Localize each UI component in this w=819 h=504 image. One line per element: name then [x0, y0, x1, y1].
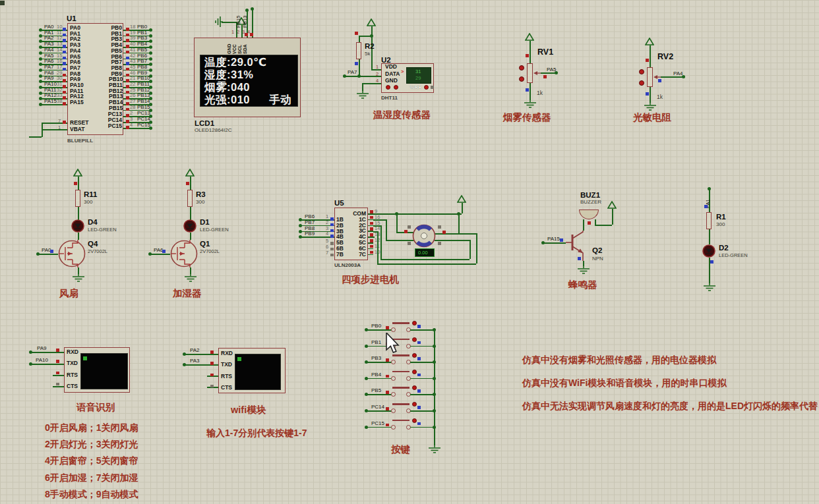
r2-value: 5k: [365, 51, 370, 57]
logic-state-indicator: [417, 389, 421, 393]
pushbutton-indicator[interactable]: [412, 402, 417, 406]
rv2-decrease-button[interactable]: [639, 80, 644, 86]
wire: [543, 242, 566, 244]
button-row[interactable]: PB3: [359, 356, 442, 370]
logic-state-indicator: [126, 28, 129, 31]
pin-name: SCL: [237, 45, 243, 54]
rv2-increase-button[interactable]: [639, 69, 644, 74]
mosfet-icon[interactable]: [170, 240, 198, 267]
logic-state-indicator: [63, 57, 66, 60]
rv2-label: 光敏电阻: [633, 112, 671, 123]
net-label: PB0: [371, 323, 381, 329]
logic-state-indicator: [126, 39, 129, 42]
r1-resistor[interactable]: [706, 212, 712, 229]
rv1-decrease-button[interactable]: [519, 76, 524, 82]
logic-state-indicator: [386, 375, 389, 378]
wire: [396, 232, 404, 233]
wire: [30, 364, 64, 365]
r2-resistor[interactable]: [356, 42, 361, 59]
wire: [458, 213, 460, 233]
net-label: PA7: [44, 65, 54, 70]
pushbutton-actuator[interactable]: [392, 420, 410, 422]
pushbutton-indicator[interactable]: [412, 353, 417, 358]
pin-number: 1: [231, 30, 234, 35]
pin-name: GND: [227, 43, 232, 54]
pin-name: SDA: [243, 44, 248, 54]
button-row[interactable]: PC15: [359, 422, 442, 435]
wire: [434, 329, 435, 445]
rv1-increase-button[interactable]: [519, 65, 524, 70]
logic-state-indicator: [126, 126, 129, 129]
button-row[interactable]: PB0: [359, 324, 442, 337]
logic-state-indicator: [126, 120, 129, 123]
pushbutton-actuator[interactable]: [392, 403, 410, 405]
button-row[interactable]: PB4: [359, 373, 442, 386]
wire: [377, 231, 379, 264]
mosfet-icon[interactable]: [58, 240, 86, 267]
rv1-pot-body[interactable]: [527, 63, 533, 83]
ground-icon: [356, 91, 369, 99]
q1-value: 2V7002L: [200, 248, 220, 254]
pushbutton-contact[interactable]: [391, 327, 396, 332]
junction-dot: [149, 51, 152, 55]
logic-state-indicator: [704, 205, 708, 208]
ground-icon: [644, 103, 657, 111]
pushbutton-indicator[interactable]: [412, 337, 417, 342]
net-label: PB15: [236, 16, 241, 28]
button-row[interactable]: PB1: [359, 341, 442, 354]
button-row[interactable]: PC14: [359, 405, 442, 418]
pin-number: 2: [376, 72, 379, 77]
stepper-motor-icon[interactable]: [412, 224, 436, 248]
net-label: PA9: [37, 346, 47, 351]
logic-state-indicator: [126, 57, 129, 60]
pushbutton-actuator[interactable]: [392, 354, 410, 356]
logic-state-indicator: [543, 75, 547, 78]
logic-state-indicator: [126, 51, 129, 54]
dht11-led: [386, 85, 390, 90]
junction-dot: [149, 69, 152, 72]
pushbutton-contact[interactable]: [391, 360, 396, 364]
pushbutton-indicator[interactable]: [412, 418, 417, 423]
power-arrow-icon: [73, 169, 82, 177]
pushbutton-indicator[interactable]: [412, 321, 417, 325]
net-label: PC14: [371, 405, 384, 410]
pin-name: RXD: [67, 349, 78, 355]
logic-state-indicator: [386, 407, 389, 410]
wire: [386, 240, 404, 241]
pin-name: 7B: [336, 252, 344, 258]
pin-number: 4: [376, 78, 379, 84]
pin-number: 17: [57, 65, 62, 70]
logic-state-indicator: [162, 250, 166, 253]
d1-value: LED-GREEN: [200, 227, 229, 233]
note-line: 仿真中无法实现调节风扇速度和灯的亮度，用的是LED灯闪烁的频率代替: [522, 401, 818, 411]
net-label: PB0: [137, 24, 147, 30]
rv2-pot-body[interactable]: [647, 67, 653, 87]
pushbutton-contact[interactable]: [391, 392, 396, 397]
pushbutton-actuator[interactable]: [392, 322, 410, 324]
pushbutton-contact[interactable]: [391, 408, 396, 413]
pushbutton-contact[interactable]: [391, 425, 396, 430]
pushbutton-indicator[interactable]: [412, 370, 417, 374]
r11-resistor[interactable]: [75, 190, 80, 207]
wire: [377, 264, 476, 265]
wire: [661, 76, 683, 78]
buzzer-icon[interactable]: [579, 210, 599, 219]
logic-state-indicator: [56, 360, 59, 363]
wire: [373, 237, 375, 238]
pushbutton-actuator[interactable]: [392, 371, 410, 373]
pushbutton-indicator[interactable]: [412, 385, 417, 390]
pin-number: 43: [130, 59, 135, 64]
logic-state-indicator: [658, 79, 661, 82]
ground-icon: [428, 445, 441, 454]
pushbutton-contact[interactable]: [391, 376, 396, 381]
ground-icon: [524, 100, 537, 109]
r3-resistor[interactable]: [187, 190, 193, 207]
ground-icon: [577, 266, 590, 275]
logic-state-indicator: [63, 51, 66, 54]
junction-dot: [682, 75, 685, 78]
logic-state-indicator: [56, 349, 59, 352]
button-row[interactable]: PB5: [359, 389, 442, 402]
power-arrow-icon: [645, 38, 654, 45]
junction-dot: [245, 9, 249, 12]
pushbutton-actuator[interactable]: [392, 387, 410, 389]
